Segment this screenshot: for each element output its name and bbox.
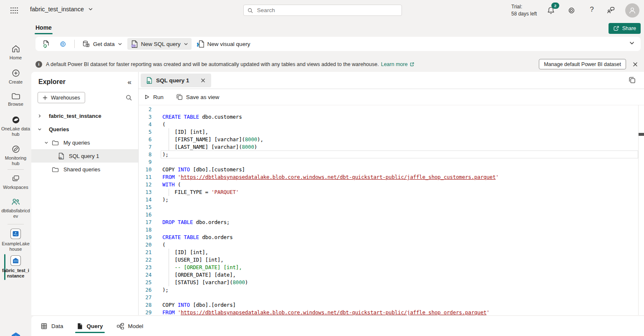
code-lines[interactable]: 23CREATE TABLE dbo.customers4(5 [ID] [in…: [138, 105, 638, 315]
code-line[interactable]: 3CREATE TABLE dbo.customers: [138, 113, 638, 121]
workspace-name: fabric_test_instance: [30, 6, 84, 13]
code-line[interactable]: 19CREATE TABLE dbo.orders: [138, 234, 638, 241]
nav-onelake-data-hub[interactable]: OneLake data hub: [0, 115, 31, 137]
code-line[interactable]: 10COPY INTO [dbo].[customers]: [138, 166, 638, 173]
tab-data[interactable]: Data: [39, 316, 65, 336]
onelake-icon: [11, 115, 20, 125]
nav-create[interactable]: Create: [0, 69, 31, 85]
search-input[interactable]: [256, 7, 398, 14]
code-line[interactable]: 14);: [138, 196, 638, 204]
nav-data-warehouse[interactable]: Data Warehouse: [0, 332, 31, 336]
tab-query[interactable]: Query: [75, 316, 105, 336]
code-line[interactable]: 5 [ID] [int],: [138, 128, 638, 136]
code-line[interactable]: 22 [USER_ID] [int],: [138, 256, 638, 264]
data-warehouse-icon: [11, 332, 21, 336]
nav-home[interactable]: Home: [0, 44, 31, 61]
view-switcher-bar: Data Query Model: [31, 316, 644, 336]
code-line[interactable]: 17DROP TABLE dbo.orders;: [138, 219, 638, 226]
search-icon[interactable]: [125, 94, 132, 101]
left-nav-rail: Home Create Browse OneLake data hub Moni…: [0, 21, 31, 336]
new-sql-query-button[interactable]: SQL New SQL query: [127, 38, 192, 50]
banner-message: A default Power BI dataset for faster re…: [46, 61, 379, 67]
dataset-info-banner: i A default Power BI dataset for faster …: [31, 56, 644, 72]
nav-item-fabric-test-instance[interactable]: fabric_test_instance: [0, 255, 31, 279]
refresh-warehouse-button[interactable]: [39, 38, 54, 50]
run-button[interactable]: Run: [144, 94, 164, 100]
gear-icon: [59, 40, 67, 48]
chevron-down-icon: [44, 140, 48, 145]
notifications-button[interactable]: 2: [546, 5, 556, 15]
help-button[interactable]: ?: [587, 5, 597, 15]
close-icon: [632, 61, 638, 67]
monitoring-icon: [11, 145, 20, 154]
code-line[interactable]: 24 [ORDER_DATE] [date],: [138, 271, 638, 279]
settings-warehouse-button[interactable]: [56, 38, 70, 50]
tab-model[interactable]: Model: [115, 316, 145, 336]
notification-badge: 2: [551, 3, 559, 9]
tab-list-button[interactable]: [629, 76, 636, 84]
code-line[interactable]: 15: [138, 204, 638, 211]
explorer-panel: Explorer « Warehouses fabric_test_instan…: [31, 72, 139, 315]
code-line[interactable]: 11FROM 'https://dbtlabsynapsedatalake.bl…: [138, 173, 638, 181]
settings-button[interactable]: [566, 5, 576, 15]
nav-item-examplelakehouse[interactable]: ExampleLakehouse: [0, 228, 31, 252]
code-line[interactable]: 20(: [138, 241, 638, 249]
tree-item-sql-query-1[interactable]: SQL SQL query 1: [31, 149, 138, 163]
sql-file-icon: SQL: [58, 153, 64, 160]
code-line[interactable]: 2: [138, 106, 638, 113]
share-icon: [613, 25, 619, 31]
code-line[interactable]: 7 [LAST_NAME] [varchar](8000): [138, 143, 638, 151]
global-search[interactable]: [243, 5, 402, 16]
code-line[interactable]: 8);: [138, 151, 638, 158]
code-line[interactable]: 21 [ID] [int],: [138, 249, 638, 256]
code-line[interactable]: 29FROM 'https://dbtlabsynapsedatalake.bl…: [138, 309, 638, 315]
nav-browse[interactable]: Browse: [0, 92, 31, 107]
document-refresh-icon: [42, 40, 51, 48]
sql-file-icon: SQL: [146, 77, 152, 84]
feedback-button[interactable]: [606, 5, 616, 15]
code-line[interactable]: 13 FILE_TYPE = 'PARQUET': [138, 188, 638, 196]
nav-workspace-dbtlabsfabricdev[interactable]: dbtlabsfabricdev: [0, 197, 31, 219]
learn-more-link[interactable]: Learn more: [381, 61, 414, 67]
code-line[interactable]: 28COPY INTO [dbo].[orders]: [138, 301, 638, 309]
tab-home[interactable]: Home: [35, 23, 53, 34]
code-line[interactable]: 26);: [138, 286, 638, 294]
tree-item-my-queries[interactable]: My queries: [31, 136, 138, 149]
nav-monitoring-hub[interactable]: Monitoring hub: [0, 145, 31, 166]
tree-item-queries[interactable]: Queries: [31, 122, 138, 136]
nav-workspaces[interactable]: Workspaces: [0, 174, 31, 190]
add-warehouses-button[interactable]: Warehouses: [38, 92, 85, 103]
code-line[interactable]: 18: [138, 226, 638, 234]
editor-scrollbar-thumb[interactable]: [639, 133, 644, 136]
share-button[interactable]: Share: [609, 23, 641, 34]
banner-close-button[interactable]: [632, 61, 638, 67]
code-line[interactable]: 27: [138, 294, 638, 301]
new-visual-query-button[interactable]: New visual query: [193, 38, 254, 50]
trial-remaining: 58 days left: [511, 10, 537, 18]
code-line[interactable]: 6 [FIRST_NAME] [varchar](8000),: [138, 136, 638, 143]
workspace-people-icon: [11, 197, 21, 206]
workspace-switcher[interactable]: fabric_test_instance: [30, 6, 93, 13]
code-line[interactable]: 9: [138, 158, 638, 166]
ribbon-collapse-button[interactable]: [629, 40, 635, 46]
get-data-button[interactable]: Get data: [79, 38, 126, 50]
play-icon: [144, 94, 150, 100]
code-line[interactable]: 4(: [138, 121, 638, 128]
app-launcher-icon[interactable]: [10, 7, 18, 14]
tab-close-button[interactable]: [200, 78, 206, 83]
code-line[interactable]: 12WITH (: [138, 181, 638, 188]
tree-item-warehouse-root[interactable]: fabric_test_instance: [31, 109, 138, 122]
tree-item-shared-queries[interactable]: Shared queries: [31, 163, 138, 176]
code-line[interactable]: 23 -- [ORDER_DATE] [int],: [138, 264, 638, 271]
chevron-down-icon: [184, 42, 188, 46]
code-line[interactable]: 16: [138, 211, 638, 219]
person-icon: [628, 6, 636, 15]
code-line[interactable]: 25 [STATUS] [varchar](8000): [138, 279, 638, 286]
collapse-panel-icon[interactable]: «: [128, 79, 131, 86]
search-icon: [247, 7, 253, 14]
save-as-view-button[interactable]: Save as view: [176, 94, 220, 100]
manage-dataset-button[interactable]: Manage default Power BI dataset: [539, 59, 626, 69]
account-avatar[interactable]: [625, 3, 639, 18]
tab-sql-query-1[interactable]: SQL SQL query 1: [141, 74, 211, 87]
save-as-view-icon: [176, 94, 183, 100]
